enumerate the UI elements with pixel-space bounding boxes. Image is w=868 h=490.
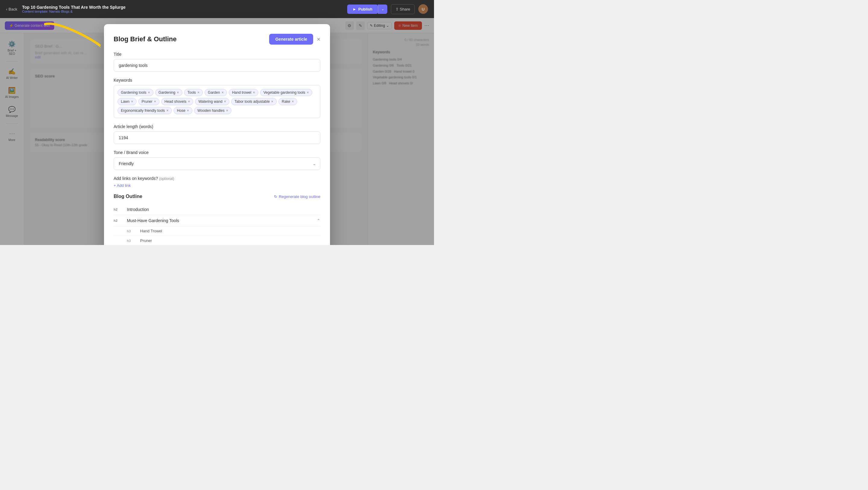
keyword-tag: Lawn× [118, 98, 136, 105]
keyword-tag: Rake× [278, 98, 297, 105]
outline-item-introduction: h2 Introduction [114, 204, 320, 215]
back-button[interactable]: ‹ Back [6, 7, 17, 11]
nav-subtitle: Content template: Narrato Blogs & [22, 10, 342, 13]
tone-label: Tone / Brand voice [114, 150, 320, 155]
share-button[interactable]: ⇧ Share [391, 4, 415, 14]
keyword-remove-icon[interactable]: × [271, 100, 273, 103]
keyword-tag: Pruner× [138, 98, 159, 105]
keyword-remove-icon[interactable]: × [226, 109, 228, 113]
publish-dropdown-button[interactable]: ⌄ [378, 4, 387, 14]
title-input[interactable] [114, 59, 320, 72]
keywords-box[interactable]: Gardening tools×Gardening×Tools×Garden×H… [114, 85, 320, 118]
keyword-tag: Wooden handles× [194, 107, 231, 114]
keyword-remove-icon[interactable]: × [224, 100, 226, 103]
share-label: Share [400, 7, 410, 11]
add-links-form-group: Add links on keywords? (optional) + Add … [114, 176, 320, 188]
keyword-remove-icon[interactable]: × [166, 109, 168, 113]
outline-item-must-have: h2 Must-Have Gardening Tools ⌃ [114, 215, 320, 226]
publish-arrow-icon: ► [352, 7, 356, 11]
keyword-remove-icon[interactable]: × [187, 109, 189, 113]
outline-sub-item-pruner: h3 Pruner [114, 236, 320, 245]
publish-button[interactable]: ► Publish [347, 4, 378, 14]
keyword-tag: Hose× [174, 107, 192, 114]
keyword-tag: Watering wand× [195, 98, 229, 105]
add-link-button[interactable]: + Add link [114, 183, 131, 188]
outline-chevron-icon[interactable]: ⌃ [317, 218, 320, 223]
add-links-label: Add links on keywords? (optional) [114, 176, 320, 181]
tone-form-group: Tone / Brand voice Friendly Professional… [114, 150, 320, 170]
modal-overlay[interactable]: Blog Brief & Outline Generate article × … [0, 18, 434, 245]
keyword-tag: Tools× [184, 89, 203, 96]
keyword-tag: Garden× [205, 89, 227, 96]
keywords-label: Keywords [114, 78, 320, 83]
outline-text-must-have: Must-Have Gardening Tools [127, 218, 317, 223]
subtitle-link[interactable]: Narrato Blogs & [49, 10, 73, 13]
outline-badge-h2-must-have: h2 [114, 219, 122, 222]
keyword-tag: Vegetable gardening tools× [260, 89, 312, 96]
subtitle-prefix: Content template: [22, 10, 48, 13]
keyword-remove-icon[interactable]: × [177, 91, 179, 94]
keyword-remove-icon[interactable]: × [154, 100, 156, 103]
keyword-tag: Ergonomically friendly tools× [118, 107, 172, 114]
refresh-icon: ↻ [274, 194, 277, 199]
article-length-label: Article length (words) [114, 124, 320, 129]
outline-badge-h2-intro: h2 [114, 208, 122, 211]
keyword-remove-icon[interactable]: × [188, 100, 190, 103]
keyword-tag: Head shovels× [161, 98, 193, 105]
outline-sub-badge-h3-pruner: h3 [127, 239, 135, 243]
article-length-input[interactable] [114, 131, 320, 144]
modal-header: Blog Brief & Outline Generate article × [114, 34, 320, 44]
avatar[interactable]: U [418, 4, 428, 14]
top-nav: ‹ Back Top 10 Gardening Tools That Are W… [0, 0, 434, 18]
article-length-form-group: Article length (words) [114, 124, 320, 144]
keyword-remove-icon[interactable]: × [148, 91, 150, 94]
outline-sub-text-hand-trowel: Hand Trowel [140, 229, 162, 233]
tone-select-wrapper: Friendly Professional Casual Formal ⌄ [114, 157, 320, 170]
outline-sub-badge-h3-hand-trowel: h3 [127, 229, 135, 233]
share-icon: ⇧ [396, 7, 399, 11]
nav-right: ► Publish ⌄ ⇧ Share U [347, 4, 428, 14]
keyword-remove-icon[interactable]: × [253, 91, 255, 94]
keyword-tag: Gardening tools× [118, 89, 153, 96]
title-form-group: Title [114, 52, 320, 72]
publish-label: Publish [358, 7, 373, 11]
keywords-form-group: Keywords Gardening tools×Gardening×Tools… [114, 78, 320, 118]
nav-title-area: Top 10 Gardening Tools That Are Worth th… [22, 5, 342, 13]
back-label: Back [8, 7, 17, 11]
outline-sub-item-hand-trowel: h3 Hand Trowel [114, 226, 320, 236]
blog-outline-section: Blog Outline ↻ Regenerate blog outline h… [114, 194, 320, 245]
keyword-remove-icon[interactable]: × [292, 100, 294, 103]
keyword-remove-icon[interactable]: × [197, 91, 199, 94]
modal-header-actions: Generate article × [269, 34, 320, 44]
keyword-remove-icon[interactable]: × [221, 91, 224, 94]
keyword-remove-icon[interactable]: × [131, 100, 133, 103]
regenerate-outline-button[interactable]: ↻ Regenerate blog outline [274, 194, 320, 199]
close-button[interactable]: × [317, 36, 320, 42]
back-arrow-icon: ‹ [6, 7, 7, 11]
outline-title: Blog Outline [114, 194, 142, 199]
outline-sub-text-pruner: Pruner [140, 238, 152, 243]
keyword-remove-icon[interactable]: × [307, 91, 309, 94]
generate-article-button[interactable]: Generate article [269, 34, 313, 44]
keyword-tag: Tabor tools adjustable× [231, 98, 277, 105]
modal-title: Blog Brief & Outline [114, 35, 177, 43]
keyword-tag: Hand trowel× [229, 89, 258, 96]
outline-text-introduction: Introduction [127, 207, 320, 212]
modal: Blog Brief & Outline Generate article × … [104, 24, 330, 245]
title-label: Title [114, 52, 320, 57]
keyword-tag: Gardening× [155, 89, 182, 96]
outline-header: Blog Outline ↻ Regenerate blog outline [114, 194, 320, 199]
tone-select[interactable]: Friendly Professional Casual Formal [114, 157, 320, 170]
page-title: Top 10 Gardening Tools That Are Worth th… [22, 5, 342, 10]
